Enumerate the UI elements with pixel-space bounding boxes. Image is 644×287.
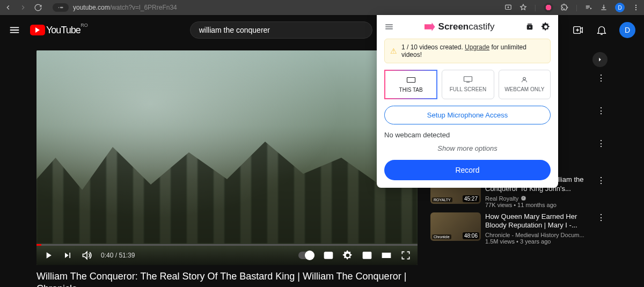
profile-avatar-small[interactable]: D xyxy=(615,3,625,12)
svg-point-14 xyxy=(523,77,526,80)
youtube-logo[interactable]: YouTube RO xyxy=(30,25,80,36)
site-info-icon[interactable] xyxy=(53,3,69,12)
rec-channel: Real Royalty xyxy=(485,195,590,202)
mode-this-tab[interactable]: THIS TAB xyxy=(384,70,437,99)
mode-webcam[interactable]: WEBCAM ONLY xyxy=(499,70,551,99)
video-player[interactable]: 0:40 / 51:39 xyxy=(36,50,418,265)
svg-point-0 xyxy=(58,7,60,8)
back-icon[interactable] xyxy=(4,4,12,11)
downloads-icon[interactable] xyxy=(600,4,608,11)
rec-channel: Chronicle - Medieval History Docum... xyxy=(485,232,590,238)
screencastify-popup: Screencastify ⚠ 1 / 10 videos created. U… xyxy=(377,15,558,188)
popup-settings-icon[interactable] xyxy=(541,22,551,32)
rec-menu-icon[interactable]: ⋮ xyxy=(595,73,608,101)
screencastify-ext-icon[interactable] xyxy=(544,3,553,12)
create-icon[interactable] xyxy=(572,24,584,36)
svg-point-5 xyxy=(635,9,636,10)
svg-rect-9 xyxy=(367,255,370,257)
reload-icon[interactable] xyxy=(34,4,42,11)
url-text[interactable]: youtube.com/watch?v=l_6PRreFn34 xyxy=(73,4,177,11)
chevron-right-icon[interactable] xyxy=(592,52,608,67)
play-icon[interactable] xyxy=(43,250,54,261)
playlist-icon[interactable] xyxy=(585,4,592,11)
recommendation-item[interactable]: Chronicle48:06How Queen Mary Earned Her … xyxy=(430,212,608,245)
rec-menu-icon[interactable]: ⋮ xyxy=(595,106,608,134)
show-more-options[interactable]: Show more options xyxy=(377,144,558,152)
svg-point-3 xyxy=(635,5,636,6)
rec-menu-icon[interactable]: ⋮ xyxy=(595,175,608,208)
bookmark-star-icon[interactable] xyxy=(519,4,527,11)
svg-point-4 xyxy=(635,7,636,8)
warning-icon: ⚠ xyxy=(390,47,397,55)
next-icon[interactable] xyxy=(62,250,73,261)
rec-menu-icon[interactable]: ⋮ xyxy=(595,212,608,245)
settings-icon[interactable] xyxy=(342,250,353,261)
fullscreen-icon[interactable] xyxy=(400,250,411,261)
autoplay-toggle[interactable] xyxy=(298,252,314,259)
svg-rect-10 xyxy=(383,253,391,257)
install-icon[interactable] xyxy=(504,4,512,11)
user-avatar[interactable]: D xyxy=(619,22,635,38)
duration-badge: 45:27 xyxy=(463,195,479,202)
theater-icon[interactable] xyxy=(381,250,392,261)
record-button[interactable]: Record xyxy=(384,160,551,180)
setup-microphone-button[interactable]: Setup Microphone Access xyxy=(384,106,551,124)
youtube-play-icon xyxy=(30,25,45,35)
notifications-icon[interactable] xyxy=(596,24,608,36)
volume-icon[interactable] xyxy=(82,250,92,261)
video-title: William The Conqueror: The Real Story Of… xyxy=(36,270,418,287)
svg-rect-12 xyxy=(407,78,415,83)
rec-meta: 77K views • 11 months ago xyxy=(485,202,590,208)
upgrade-link[interactable]: Upgrade xyxy=(465,43,489,51)
rec-title: How Queen Mary Earned Her Bloody Reputat… xyxy=(485,212,590,231)
search-input[interactable] xyxy=(190,21,372,39)
miniplayer-icon[interactable] xyxy=(362,250,372,261)
extensions-icon[interactable] xyxy=(561,4,568,11)
rec-meta: 1.5M views • 3 years ago xyxy=(485,238,590,245)
thumbnail: Chronicle48:06 xyxy=(430,212,481,241)
library-icon[interactable] xyxy=(525,22,535,32)
forward-icon[interactable] xyxy=(19,4,27,11)
browser-toolbar: youtube.com/watch?v=l_6PRreFn34 | | D xyxy=(0,0,644,15)
country-code: RO xyxy=(80,23,88,28)
duration-badge: 48:06 xyxy=(463,232,479,239)
screencastify-logo: Screencastify xyxy=(425,21,495,32)
chrome-menu-icon[interactable] xyxy=(632,4,640,11)
hamburger-icon[interactable] xyxy=(9,24,20,36)
rec-menu-icon[interactable]: ⋮ xyxy=(595,138,608,171)
upgrade-banner: ⚠ 1 / 10 videos created. Upgrade for unl… xyxy=(384,39,551,63)
captions-icon[interactable] xyxy=(323,250,334,261)
svg-rect-13 xyxy=(464,77,472,82)
mode-full-screen[interactable]: FULL SCREEN xyxy=(442,70,494,99)
time-display: 0:40 / 51:39 xyxy=(101,252,135,259)
popup-menu-icon[interactable] xyxy=(384,22,394,32)
no-webcam-text: No webcam detected xyxy=(377,131,558,144)
svg-rect-1 xyxy=(60,7,63,8)
